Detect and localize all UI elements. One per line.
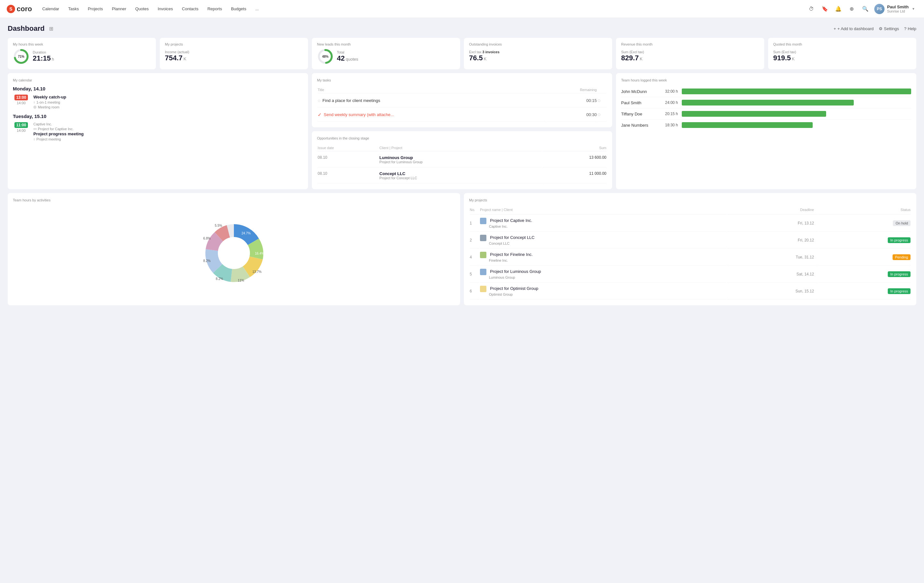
meeting-icon-2: ↑ xyxy=(33,137,35,141)
pie-label-4: 11% xyxy=(238,279,244,282)
project-name-1[interactable]: Project for Captive Inc. xyxy=(490,218,532,223)
calendar-day-tuesday: Tuesday, 15.10 xyxy=(13,114,303,119)
team-bar-1 xyxy=(682,89,911,94)
filter-icon[interactable]: ⊞ xyxy=(49,26,53,32)
project-name-cell-2: Project for Concept LLC Concept LLC xyxy=(480,232,726,249)
activities-title: Team hours by activities xyxy=(13,198,455,202)
tasks-col-title: Title xyxy=(318,87,546,93)
project-deadline-2: Fri, 20.12 xyxy=(727,232,818,249)
settings-button[interactable]: ⚙ Settings xyxy=(879,26,899,31)
project-client-2: Concept LLC xyxy=(489,242,510,245)
table-row: 2 Project for Concept LLC Concept LLC Fr… xyxy=(470,232,911,249)
nav-quotes[interactable]: Quotes xyxy=(131,5,152,13)
task-check-done-2[interactable]: ○ xyxy=(597,111,601,118)
nav-planner[interactable]: Planner xyxy=(108,5,130,13)
stat-hours: My hours this week 71% Duration 21:15 h xyxy=(8,38,156,69)
invoices-excl: Excl tax xyxy=(469,50,482,54)
project-name-cell-5: Project for Optimist Group Optimist Grou… xyxy=(480,283,726,300)
nav-more[interactable]: ... xyxy=(252,5,263,13)
main-content: Dashboard ⊞ + + Add to dashboard ⚙ Setti… xyxy=(0,18,924,312)
team-bar-wrap-3 xyxy=(682,111,911,117)
projects-card: My projects No. Project name | Client De… xyxy=(464,193,916,305)
project-name-5[interactable]: Project for Optimist Group xyxy=(490,286,538,291)
invoices-value: 76.5 xyxy=(469,54,483,62)
project-status-2: In progress xyxy=(818,232,911,249)
help-button[interactable]: ? Help xyxy=(904,26,916,31)
opp-sum-2: 11 000.00 xyxy=(542,168,606,183)
event-time-block: 13:00 14:00 xyxy=(13,95,30,110)
timer-icon[interactable]: ⏱ xyxy=(806,4,817,14)
team-hours-title: Team hours logged this week xyxy=(621,78,911,82)
nav-calendar[interactable]: Calendar xyxy=(38,5,63,13)
hours-donut: 71% xyxy=(13,48,30,65)
task-check-done-1[interactable]: ○ xyxy=(597,97,601,104)
project-client-3: Fineline Inc. xyxy=(489,259,508,262)
project-name-3[interactable]: Project for Fineline Inc. xyxy=(490,252,533,257)
project-num-4: 5 xyxy=(470,266,479,283)
project-icon-1 xyxy=(480,218,487,224)
quoted-value: 919.5 xyxy=(773,54,791,62)
nav-contacts[interactable]: Contacts xyxy=(178,5,202,13)
status-badge: In progress xyxy=(888,288,911,294)
team-bar-wrap-4 xyxy=(682,122,911,128)
event-title[interactable]: Weekly catch-up xyxy=(33,95,303,99)
projects-sub: Income (actual) xyxy=(165,50,303,54)
project-client-4: Luminous Group xyxy=(489,275,515,279)
team-member-hours-3: 20:15 h xyxy=(660,112,678,116)
nav-projects[interactable]: Projects xyxy=(84,5,107,13)
task-remaining-1: 00:15 xyxy=(546,94,597,107)
dashboard-actions: + + Add to dashboard ⚙ Settings ? Help xyxy=(833,26,916,31)
project-name-4[interactable]: Project for Luminous Group xyxy=(490,269,541,274)
event-project: ▭ Project for Captive Inc. xyxy=(33,127,303,131)
opps-col-sum: Sum xyxy=(542,145,606,152)
project-name-2[interactable]: Project for Concept LLC xyxy=(490,235,535,240)
task-title-1[interactable]: Find a place for client meetings xyxy=(322,98,380,103)
user-menu[interactable]: PS Paul Smith Sunrise Ltd ▼ xyxy=(872,3,917,15)
pie-label-5: 8.2% xyxy=(216,277,223,281)
stat-projects-title: My projects xyxy=(165,42,303,46)
stat-hours-title: My hours this week xyxy=(13,42,151,46)
hours-unit: h xyxy=(52,57,54,62)
dashboard-header: Dashboard ⊞ + + Add to dashboard ⚙ Setti… xyxy=(8,25,916,33)
logo[interactable]: S coro xyxy=(7,5,32,13)
event-start-time: 13:00 xyxy=(15,95,28,100)
project-icon-4 xyxy=(480,269,487,275)
hours-value: 21:15 xyxy=(33,54,51,63)
calendar-card: My calendar Monday, 14.10 13:00 14:00 We… xyxy=(8,73,308,189)
pie-label-8: 5.5% xyxy=(215,224,222,227)
stat-projects: My projects Income (actual) 754.7 K xyxy=(160,38,308,69)
nav-invoices[interactable]: Invoices xyxy=(153,5,177,13)
nav-budgets[interactable]: Budgets xyxy=(227,5,250,13)
table-row: ○ Find a place for client meetings 00:15… xyxy=(318,94,606,107)
revenue-unit: K xyxy=(640,56,643,61)
projects-col-name: Project name | Client xyxy=(480,206,726,214)
opp-sum-1: 13 600.00 xyxy=(542,152,606,167)
plus-icon[interactable]: ⊕ xyxy=(846,4,857,14)
project-status-4: In progress xyxy=(818,266,911,283)
bell-icon[interactable]: 🔔 xyxy=(833,4,843,14)
nav-tasks[interactable]: Tasks xyxy=(64,5,82,13)
team-member-name-1: John McDunn xyxy=(621,89,657,94)
project-deadline-5: Sun, 15.12 xyxy=(727,283,818,300)
nav-reports[interactable]: Reports xyxy=(203,5,226,13)
project-num-2: 2 xyxy=(470,232,479,249)
table-row: 4 Project for Fineline Inc. Fineline Inc… xyxy=(470,249,911,265)
bookmark-icon[interactable]: 🔖 xyxy=(820,4,830,14)
event-title-2[interactable]: Project progress meeting xyxy=(33,132,303,136)
search-icon[interactable]: 🔍 xyxy=(860,4,870,14)
pie-label-1: 24.7% xyxy=(242,232,251,235)
middle-section: My calendar Monday, 14.10 13:00 14:00 We… xyxy=(8,73,916,189)
task-remaining-2: 00:30 xyxy=(546,108,597,122)
task-check-icon-1[interactable]: ○ xyxy=(318,98,320,103)
leads-value: 42 xyxy=(337,54,345,63)
project-name-cell-1: Project for Captive Inc. Captive Inc. xyxy=(480,215,726,232)
task-title-2[interactable]: Send weekly summary (with attache... xyxy=(324,112,394,117)
team-member-hours-1: 32:00 h xyxy=(660,89,678,94)
add-to-dashboard-button[interactable]: + + Add to dashboard xyxy=(833,26,874,31)
team-member-name-4: Jane Numbers xyxy=(621,123,657,128)
pie-label-6: 8.2% xyxy=(203,259,211,263)
task-check-icon-2[interactable]: ✓ xyxy=(318,112,322,118)
stat-leads-title: New leads this month xyxy=(317,42,455,46)
opps-col-client: Client | Project xyxy=(380,145,541,152)
project-client-1: Captive Inc. xyxy=(489,224,508,228)
